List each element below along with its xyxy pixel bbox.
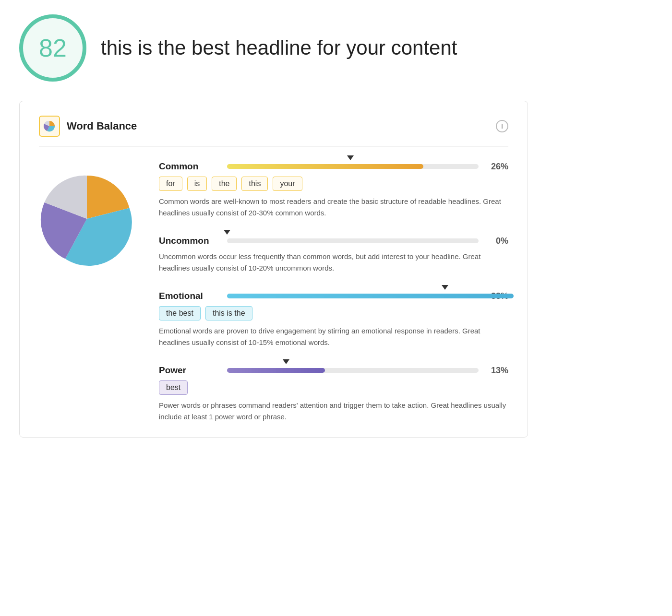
- tag-item[interactable]: is: [187, 177, 207, 191]
- tag-item[interactable]: your: [273, 177, 302, 191]
- metric-desc-power: Power words or phrases command readers' …: [159, 400, 508, 423]
- metric-header-uncommon: Uncommon0%: [159, 236, 508, 246]
- card-title: Word Balance: [67, 120, 137, 132]
- metrics-container: Common26%foristhethisyourCommon words ar…: [159, 161, 508, 423]
- content-layout: Common26%foristhethisyourCommon words ar…: [39, 161, 508, 423]
- pie-chart-svg: [39, 171, 135, 267]
- tag-item[interactable]: the: [212, 177, 237, 191]
- score-value: 82: [39, 34, 67, 62]
- bar-track-emotional: [227, 294, 479, 298]
- metric-percent-common: 26%: [484, 162, 508, 172]
- bar-wrapper-common: [227, 161, 479, 172]
- card-icon-box: [39, 116, 60, 137]
- metric-desc-emotional: Emotional words are proven to drive enga…: [159, 325, 508, 348]
- metric-percent-power: 13%: [484, 366, 508, 376]
- bar-pointer-emotional: [442, 285, 448, 290]
- score-circle: 82: [19, 14, 86, 82]
- tags-row-common: foristhethisyour: [159, 177, 508, 191]
- tag-item[interactable]: this is the: [205, 306, 252, 320]
- word-balance-card: Word Balance i Common26: [19, 101, 528, 438]
- tag-item[interactable]: the best: [159, 306, 201, 320]
- bar-fill-common: [227, 164, 423, 169]
- metric-desc-common: Common words are well-known to most read…: [159, 196, 508, 219]
- tags-row-emotional: the bestthis is the: [159, 306, 508, 320]
- bar-pointer-power: [283, 359, 289, 364]
- metric-section-uncommon: Uncommon0%Uncommon words occur less freq…: [159, 236, 508, 274]
- pie-chart-container: [39, 161, 135, 267]
- bar-track-power: [227, 368, 479, 373]
- bar-wrapper-emotional: [227, 291, 479, 301]
- tag-item[interactable]: best: [159, 380, 188, 395]
- bar-fill-power: [227, 368, 325, 373]
- tags-row-power: best: [159, 380, 508, 395]
- metric-desc-uncommon: Uncommon words occur less frequently tha…: [159, 251, 508, 274]
- header-section: 82 this is the best headline for your co…: [19, 14, 528, 82]
- metric-section-emotional: Emotional38%the bestthis is theEmotional…: [159, 291, 508, 348]
- bar-pointer-common: [347, 155, 354, 160]
- tag-item[interactable]: this: [241, 177, 268, 191]
- metric-header-power: Power13%: [159, 365, 508, 376]
- headline-title: this is the best headline for your conte…: [101, 36, 457, 60]
- bar-fill-emotional: [227, 294, 514, 298]
- metric-label-emotional: Emotional: [159, 291, 221, 301]
- metric-label-common: Common: [159, 161, 221, 172]
- bar-track-uncommon: [227, 238, 479, 243]
- metric-percent-uncommon: 0%: [484, 236, 508, 246]
- bar-pointer-uncommon: [224, 230, 230, 235]
- metric-label-power: Power: [159, 365, 221, 376]
- metric-header-common: Common26%: [159, 161, 508, 172]
- bar-track-common: [227, 164, 479, 169]
- card-header: Word Balance i: [39, 116, 508, 147]
- bar-wrapper-power: [227, 365, 479, 376]
- card-title-group: Word Balance: [39, 116, 137, 137]
- pie-chart-icon: [43, 120, 56, 132]
- metric-header-emotional: Emotional38%: [159, 291, 508, 301]
- info-icon[interactable]: i: [496, 120, 508, 132]
- metric-section-power: Power13%bestPower words or phrases comma…: [159, 365, 508, 423]
- bar-wrapper-uncommon: [227, 236, 479, 246]
- metric-label-uncommon: Uncommon: [159, 236, 221, 246]
- tag-item[interactable]: for: [159, 177, 182, 191]
- metric-section-common: Common26%foristhethisyourCommon words ar…: [159, 161, 508, 219]
